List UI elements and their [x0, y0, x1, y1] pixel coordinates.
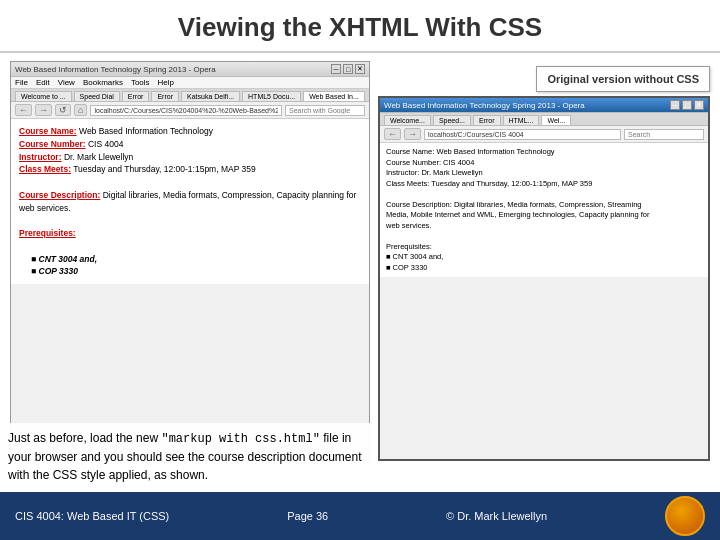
course-name-label: Course Name: [19, 126, 77, 136]
forward-button[interactable]: → [35, 104, 52, 116]
nested-search-bar[interactable] [624, 129, 704, 140]
nested-tab-0[interactable]: Welcome... [384, 115, 431, 125]
browser-tabs: Welcome to ... Speed Dial Error Error Ka… [11, 89, 369, 102]
nested-navbar: ← → [380, 126, 708, 143]
nested-browser-title: Web Based Information Technology Spring … [384, 101, 585, 110]
close-button[interactable]: ✕ [355, 64, 365, 74]
footer-logo [665, 496, 705, 536]
nested-tab-3[interactable]: HTML... [503, 115, 540, 125]
nested-prereq-0: ■ CNT 3004 and, [386, 252, 702, 263]
back-button[interactable]: ← [15, 104, 32, 116]
nested-line-2: Instructor: Dr. Mark Llewellyn [386, 168, 702, 179]
nested-line-6: Media, Mobile Internet and WML, Emerging… [386, 210, 702, 221]
nested-browser: Web Based Information Technology Spring … [378, 96, 710, 461]
browser-page-content: Course Name: Web Based Information Techn… [11, 119, 369, 284]
course-number-value: CIS 4004 [88, 139, 123, 149]
menu-view[interactable]: View [58, 78, 75, 87]
nested-address-bar[interactable] [424, 129, 621, 140]
main-browser: Web Based Information Technology Spring … [10, 61, 370, 461]
nested-tabs: Welcome... Speed... Error HTML... Wel... [380, 113, 708, 126]
footer-right: © Dr. Mark Llewellyn [446, 510, 547, 522]
bottom-text-block: Just as before, load the new "markup wit… [0, 423, 370, 490]
class-meets-label: Class Meets: [19, 164, 71, 174]
browser-titlebar: Web Based Information Technology Spring … [11, 62, 369, 77]
class-meets-row: Class Meets: Tuesday and Thursday, 12:00… [19, 163, 361, 176]
bottom-text-line1: Just as before, load the new "markup wit… [8, 431, 362, 482]
instructor-value: Dr. Mark Llewellyn [64, 152, 133, 162]
prereq-row: Prerequisites: [19, 227, 361, 240]
nested-close[interactable]: ✕ [694, 100, 704, 110]
nested-tab-2[interactable]: Error [473, 115, 501, 125]
search-bar[interactable] [285, 105, 365, 116]
menu-bookmarks[interactable]: Bookmarks [83, 78, 123, 87]
course-name-value: Web Based Information Technology [79, 126, 213, 136]
browser-title: Web Based Information Technology Spring … [15, 65, 216, 74]
nested-page-content: Course Name: Web Based Information Techn… [380, 143, 708, 277]
tab-4[interactable]: Katsuka Delfi... [181, 91, 240, 101]
tab-0[interactable]: Welcome to ... [15, 91, 72, 101]
nested-line-0: Course Name: Web Based Information Techn… [386, 147, 702, 158]
footer-center: Page 36 [287, 510, 328, 522]
tab-2[interactable]: Error [122, 91, 150, 101]
prereq-item-1: ■ COP 3330 [31, 265, 361, 278]
address-bar[interactable] [90, 105, 282, 116]
home-button[interactable]: ⌂ [74, 104, 87, 116]
nested-prereq-1: ■ COP 3330 [386, 263, 702, 274]
menu-help[interactable]: Help [158, 78, 174, 87]
menu-tools[interactable]: Tools [131, 78, 150, 87]
nested-forward[interactable]: → [404, 128, 421, 140]
nested-line-7: web services. [386, 221, 702, 232]
tab-5[interactable]: HTML5 Docu... [242, 91, 301, 101]
nested-maximize[interactable]: □ [682, 100, 692, 110]
course-number-row: Course Number: CIS 4004 [19, 138, 361, 151]
menu-edit[interactable]: Edit [36, 78, 50, 87]
course-name-row: Course Name: Web Based Information Techn… [19, 125, 361, 138]
nested-minimize[interactable]: ─ [670, 100, 680, 110]
prereq-label: Prerequisites: [19, 228, 76, 238]
footer-bar: CIS 4004: Web Based IT (CSS) Page 36 © D… [0, 492, 720, 540]
minimize-button[interactable]: ─ [331, 64, 341, 74]
nested-back[interactable]: ← [384, 128, 401, 140]
browser-controls: ─ □ ✕ [331, 64, 365, 74]
tab-3[interactable]: Error [151, 91, 179, 101]
tab-6[interactable]: Web Based In... [303, 91, 365, 101]
instructor-label: Instructor: [19, 152, 62, 162]
callout-box: Original version without CSS [536, 66, 710, 92]
browser-navbar: ← → ↺ ⌂ [11, 102, 369, 119]
footer-left: CIS 4004: Web Based IT (CSS) [15, 510, 169, 522]
tab-1[interactable]: Speed Dial [74, 91, 120, 101]
course-number-label: Course Number: [19, 139, 86, 149]
nested-tab-4[interactable]: Wel... [541, 115, 571, 125]
instructor-row: Instructor: Dr. Mark Llewellyn [19, 151, 361, 164]
nested-titlebar: Web Based Information Technology Spring … [380, 98, 708, 113]
slide-title: Viewing the XHTML With CSS [0, 0, 720, 53]
refresh-button[interactable]: ↺ [55, 104, 71, 116]
nested-line-1: Course Number: CIS 4004 [386, 158, 702, 169]
browser-menubar: File Edit View Bookmarks Tools Help [11, 77, 369, 89]
class-meets-value: Tuesday and Thursday, 12:00-1:15pm, MAP … [73, 164, 256, 174]
nested-line-3: Class Meets: Tuesday and Thursday, 12:00… [386, 179, 702, 190]
nested-line-5: Course Description: Digital libraries, M… [386, 200, 702, 211]
menu-file[interactable]: File [15, 78, 28, 87]
nested-tab-1[interactable]: Speed... [433, 115, 471, 125]
description-label: Course Description: [19, 190, 100, 200]
nested-prereq-label: Prerequisites: [386, 242, 702, 253]
maximize-button[interactable]: □ [343, 64, 353, 74]
code-snippet: "markup with css.html" [161, 432, 319, 446]
description-row: Course Description: Digital libraries, M… [19, 189, 361, 215]
content-area: Web Based Information Technology Spring … [0, 61, 720, 461]
right-panel: Original version without CSS Web Based I… [378, 61, 710, 461]
prereq-item-0: ■ CNT 3004 and, [31, 253, 361, 266]
nested-controls: ─ □ ✕ [670, 100, 704, 110]
